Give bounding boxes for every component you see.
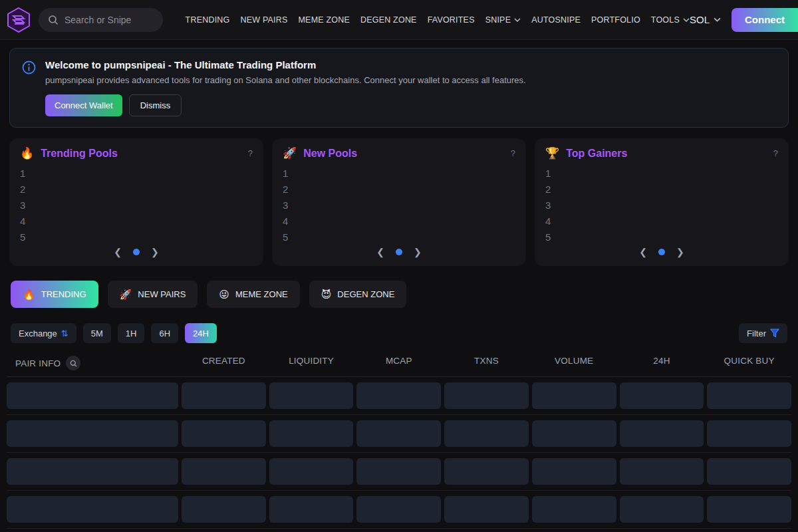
list-item: 2 <box>545 182 778 198</box>
exchange-sort-button[interactable]: Exchange ⇅ <box>11 323 76 343</box>
next-page-icon[interactable]: ❯ <box>676 247 684 257</box>
search-bar[interactable] <box>39 8 163 32</box>
navbar: TRENDING NEW PAIRS MEME ZONE DEGEN ZONE … <box>0 0 798 40</box>
tab-label: MEME ZONE <box>235 289 288 299</box>
app-logo-icon[interactable] <box>7 7 31 33</box>
banner-subtitle: pumpsnipeai provides advanced tools for … <box>45 75 526 85</box>
loading-placeholder <box>356 382 441 409</box>
tab-label: TRENDING <box>41 289 86 299</box>
nav-link-favorites[interactable]: FAVORITES <box>428 15 475 25</box>
table-row-skeleton <box>7 491 791 529</box>
loading-placeholder <box>444 496 529 523</box>
nav-link-portfolio[interactable]: PORTFOLIO <box>591 15 640 25</box>
column-header-txns: TXNS <box>444 356 529 370</box>
loading-placeholder <box>444 382 529 409</box>
nav-link-tools[interactable]: TOOLS <box>651 15 690 25</box>
tab-new-pairs[interactable]: 🚀 NEW PAIRS <box>108 281 198 308</box>
tab-meme-zone[interactable]: 😜 MEME ZONE <box>207 281 299 308</box>
loading-placeholder <box>182 496 266 523</box>
connect-wallet-button[interactable]: Connect Wallet <box>45 94 122 116</box>
loading-placeholder <box>182 420 266 447</box>
zone-tabs: 🔥 TRENDING 🚀 NEW PAIRS 😜 MEME ZONE 😈 DEG… <box>11 281 787 308</box>
header-label: PAIR INFO <box>15 358 61 368</box>
filter-button[interactable]: Filter <box>739 323 787 343</box>
tab-degen-zone[interactable]: 😈 DEGEN ZONE <box>309 281 407 308</box>
timeframe-24h-button[interactable]: 24H <box>185 323 217 343</box>
loading-placeholder <box>707 382 791 409</box>
table-row-skeleton <box>7 529 791 532</box>
list-item: 3 <box>283 198 515 213</box>
loading-placeholder <box>269 382 354 409</box>
timeframe-1h-button[interactable]: 1H <box>118 323 145 343</box>
loading-placeholder <box>620 458 704 485</box>
card-list: 1 2 3 4 5 <box>283 166 515 247</box>
loading-placeholder <box>532 458 616 485</box>
trending-pools-card: 🔥 Trending Pools ? 1 2 3 4 5 ❮ ❯ <box>9 138 263 266</box>
flame-icon: 🔥 <box>23 289 35 301</box>
top-gainers-card: 🏆 Top Gainers ? 1 2 3 4 5 ❮ ❯ <box>535 138 789 266</box>
list-item: 4 <box>545 213 778 229</box>
card-title: Trending Pools <box>41 148 241 160</box>
banner-content: Welcome to pumpsnipeai - The Ultimate Tr… <box>45 59 526 116</box>
help-icon[interactable]: ? <box>773 148 778 158</box>
page-dot[interactable] <box>396 249 402 255</box>
prev-page-icon[interactable]: ❮ <box>639 247 647 257</box>
nav-links: TRENDING NEW PAIRS MEME ZONE DEGEN ZONE … <box>186 15 690 25</box>
list-item: 5 <box>283 229 515 245</box>
nav-link-snipe[interactable]: SNIPE <box>485 15 521 25</box>
connect-button[interactable]: Connect <box>732 8 798 32</box>
info-icon <box>22 61 36 74</box>
dismiss-button[interactable]: Dismiss <box>129 94 182 116</box>
next-page-icon[interactable]: ❯ <box>151 247 159 257</box>
page-dot[interactable] <box>658 249 665 255</box>
card-header: 🚀 New Pools ? <box>283 146 515 160</box>
prev-page-icon[interactable]: ❮ <box>376 247 384 257</box>
list-item: 1 <box>20 166 253 182</box>
list-item: 2 <box>20 182 253 198</box>
loading-placeholder <box>707 496 791 523</box>
nav-link-autosnipe[interactable]: AUTOSNIPE <box>531 15 581 25</box>
loading-placeholder <box>707 458 791 485</box>
loading-placeholder <box>269 458 354 485</box>
chevron-down-icon <box>514 18 521 22</box>
nav-link-trending[interactable]: TRENDING <box>186 15 230 25</box>
nav-link-tools-label: TOOLS <box>651 15 680 25</box>
loading-placeholder <box>532 382 616 409</box>
list-item: 4 <box>283 213 515 229</box>
table-row-skeleton <box>7 415 791 453</box>
loading-placeholder <box>444 458 529 485</box>
table-header-row: PAIR INFO CREATED LIQUIDITY MCAP TXNS VO… <box>7 356 791 377</box>
help-icon[interactable]: ? <box>248 148 253 158</box>
column-header-24h: 24H <box>620 356 704 370</box>
loading-placeholder <box>356 458 441 485</box>
rocket-icon: 🚀 <box>120 289 132 301</box>
loading-placeholder <box>356 420 441 447</box>
page-dot[interactable] <box>133 249 140 255</box>
list-item: 5 <box>545 229 778 245</box>
loading-placeholder <box>444 420 529 447</box>
chevron-down-icon <box>683 18 690 22</box>
new-pools-card: 🚀 New Pools ? 1 2 3 4 5 ❮ ❯ <box>272 138 526 266</box>
help-icon[interactable]: ? <box>511 148 515 158</box>
tab-trending[interactable]: 🔥 TRENDING <box>11 281 98 308</box>
loading-placeholder <box>7 496 178 523</box>
pair-search-icon[interactable] <box>66 356 80 370</box>
loading-placeholder <box>532 496 616 523</box>
timeframe-5m-button[interactable]: 5M <box>83 323 111 343</box>
loading-placeholder <box>356 496 441 523</box>
loading-placeholder <box>182 382 266 409</box>
nav-link-degen-zone[interactable]: DEGEN ZONE <box>360 15 417 25</box>
next-page-icon[interactable]: ❯ <box>414 247 422 257</box>
devil-icon: 😈 <box>321 289 332 301</box>
loading-placeholder <box>7 420 178 447</box>
timeframe-6h-button[interactable]: 6H <box>151 323 178 343</box>
nav-link-meme-zone[interactable]: MEME ZONE <box>299 15 350 25</box>
column-header-pair-info: PAIR INFO <box>7 356 178 370</box>
rocket-icon: 🚀 <box>283 146 297 160</box>
nav-link-new-pairs[interactable]: NEW PAIRS <box>240 15 287 25</box>
prev-page-icon[interactable]: ❮ <box>114 247 122 257</box>
loading-placeholder <box>269 496 354 523</box>
currency-selector[interactable]: SOL <box>690 14 721 25</box>
search-input[interactable] <box>65 15 154 25</box>
search-icon <box>48 15 59 25</box>
